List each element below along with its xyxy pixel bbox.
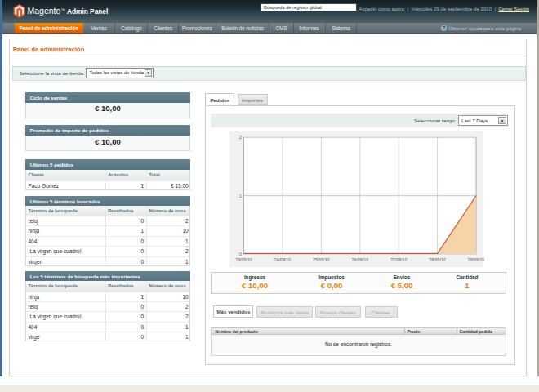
svg-text:23/09/10: 23/09/10 (235, 257, 252, 262)
svg-text:29/09/10: 29/09/10 (467, 257, 483, 262)
svg-text:27/09/10: 27/09/10 (390, 257, 407, 262)
svg-text:0: 0 (239, 252, 242, 256)
svg-text:25/09/10: 25/09/10 (312, 257, 329, 262)
svg-text:1: 1 (239, 194, 242, 198)
svg-text:24/09/10: 24/09/10 (274, 257, 291, 262)
svg-text:28/09/10: 28/09/10 (429, 257, 446, 262)
svg-text:26/09/10: 26/09/10 (351, 257, 368, 262)
svg-text:2: 2 (239, 135, 242, 140)
